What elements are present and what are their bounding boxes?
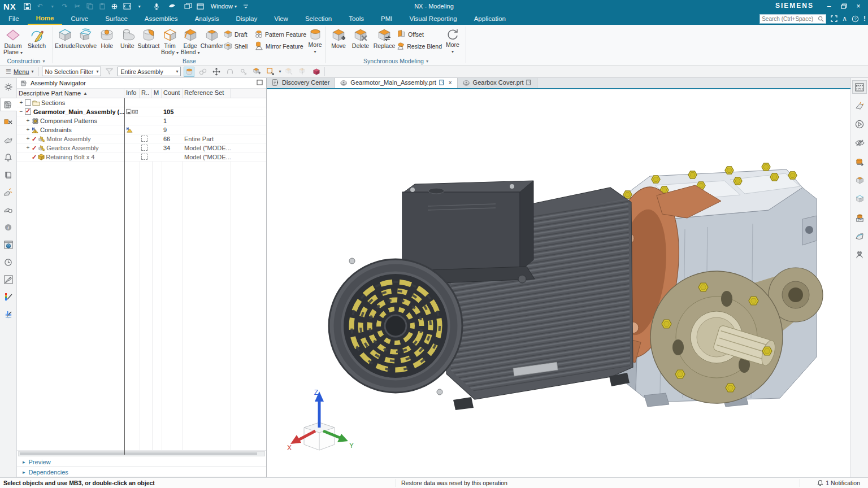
vr-icon[interactable] xyxy=(852,248,867,262)
window-icon[interactable] xyxy=(195,1,206,11)
pmi-tool-icon[interactable]: P= xyxy=(852,211,867,224)
add-component-icon[interactable] xyxy=(265,67,276,77)
ribbon-options-icon[interactable] xyxy=(240,1,251,11)
menu-view[interactable]: View xyxy=(266,12,297,25)
save-icon[interactable] xyxy=(22,1,33,11)
touch-explore-icon[interactable] xyxy=(1,308,16,321)
bell-icon[interactable] xyxy=(1,150,16,164)
fullscreen-icon[interactable] xyxy=(831,15,837,22)
replace-face-button[interactable]: Replace xyxy=(372,26,397,49)
play-animation-icon[interactable] xyxy=(852,117,867,131)
history-icon[interactable] xyxy=(1,255,16,269)
microphone-icon[interactable] xyxy=(151,1,162,11)
subtract-button[interactable]: Subtract xyxy=(137,26,159,49)
help-icon[interactable]: ? xyxy=(852,15,859,23)
tree-row-gearbox-assembly[interactable]: + ✓ Gearbox Assembly 34 Model ("MODE... xyxy=(17,143,266,152)
alerts-icon[interactable]: ! xyxy=(863,15,866,23)
datum-plane-button[interactable]: Datum Plane ▾ xyxy=(1,26,25,55)
extrude-tool-icon[interactable] xyxy=(852,192,867,206)
constraint-navigator-icon[interactable] xyxy=(1,115,16,129)
menu-file[interactable]: File xyxy=(0,12,28,25)
search-input[interactable] xyxy=(762,16,818,22)
trim-body-button[interactable]: Trim Body ▾ xyxy=(159,26,180,55)
mirror-assembly-icon[interactable] xyxy=(297,67,308,77)
menu-home[interactable]: Home xyxy=(28,12,63,25)
layout-icon[interactable] xyxy=(121,1,133,11)
edit-feature-icon[interactable] xyxy=(852,155,867,168)
pattern-feature-button[interactable]: Pattern Feature xyxy=(254,29,306,39)
restore-button[interactable] xyxy=(836,0,851,12)
info-icon[interactable]: i xyxy=(1,220,16,234)
sketch-button[interactable]: Sketch xyxy=(25,26,49,49)
dependencies-section[interactable]: ▸ Dependencies xyxy=(17,467,266,477)
notification-area[interactable]: 1 Notification xyxy=(817,480,860,486)
chamfer-button[interactable]: Chamfer xyxy=(201,26,223,49)
tree-row-component-patterns[interactable]: + Component Patterns 1 xyxy=(17,116,266,125)
pattern-component-icon[interactable] xyxy=(284,67,294,77)
tree-column-headers[interactable]: Descriptive Part Name▲ Info R.. M Count … xyxy=(17,89,266,98)
command-search[interactable] xyxy=(760,14,826,24)
graphics-viewport[interactable]: Z X Y xyxy=(267,90,850,477)
tab-gearmotor-main-assembly[interactable]: Gearmotor_Main_Assembly.prt × xyxy=(335,77,457,88)
resize-blend-button[interactable]: Resize Blend xyxy=(397,41,442,51)
layout-dropdown-icon[interactable]: ▾ xyxy=(134,1,145,11)
menu-visual-reporting[interactable]: Visual Reporting xyxy=(401,12,466,25)
delete-face-button[interactable]: Delete xyxy=(349,26,372,49)
close-button[interactable]: × xyxy=(851,0,866,12)
tree-row-main-assembly[interactable]: − ✓ Gearmotor_Main_Assembly (... ab 105 xyxy=(17,107,266,116)
revolve-button[interactable]: Revolve xyxy=(75,26,97,49)
undock-panel-icon[interactable] xyxy=(257,80,263,86)
window-menu[interactable]: Window ▾ xyxy=(211,3,237,10)
tree-row-constraints[interactable]: + Constraints 9 xyxy=(17,125,266,134)
menu-surface[interactable]: Surface xyxy=(97,12,136,25)
menu-display[interactable]: Display xyxy=(227,12,266,25)
move-component-icon[interactable] xyxy=(211,67,222,77)
menu-assemblies[interactable]: Assemblies xyxy=(136,12,186,25)
offset-region-button[interactable]: Offset xyxy=(397,29,442,39)
tab-gearbox-cover[interactable]: Gearbox Cover.prt xyxy=(458,77,538,88)
command-prediction-icon[interactable] xyxy=(167,1,178,11)
menu-button[interactable]: ☰ Menu ▾ xyxy=(3,68,36,75)
hole-button[interactable]: Unite Hole xyxy=(97,26,117,49)
preview-section[interactable]: ▸ Preview xyxy=(17,457,266,467)
extrude-button[interactable]: Extrude xyxy=(55,26,75,49)
fit-view-icon[interactable] xyxy=(852,80,867,94)
menu-analysis[interactable]: Analysis xyxy=(186,12,228,25)
draft-button[interactable]: Draft xyxy=(223,29,254,39)
wave-geometry-icon[interactable] xyxy=(311,67,322,77)
main-assembly-checkbox[interactable]: ✓ xyxy=(25,108,31,115)
view-manipulation-icon[interactable] xyxy=(1,185,16,199)
tab-close-icon[interactable]: × xyxy=(449,80,452,86)
add-component-dropdown-icon[interactable]: ▾ xyxy=(279,69,281,74)
minimize-button[interactable]: – xyxy=(822,0,836,12)
tree-row-retaining-bolt[interactable]: ✓ Retaining Bolt x 4 Model ("MODE... xyxy=(17,152,266,162)
tree-horizontal-scrollbar[interactable] xyxy=(18,451,265,456)
datum-display-icon[interactable] xyxy=(852,99,867,112)
color-palette-icon[interactable] xyxy=(1,290,16,304)
interpart-link-icon[interactable] xyxy=(197,67,208,77)
move-face-button[interactable]: Move xyxy=(328,26,349,49)
tab-discovery-center[interactable]: Discovery Center xyxy=(267,77,335,88)
unite-button[interactable]: Unite xyxy=(117,26,137,49)
tools-icon[interactable] xyxy=(1,273,16,286)
motor-assembly-check[interactable]: ✓ xyxy=(32,136,37,142)
hide-object-icon[interactable] xyxy=(852,136,867,150)
menu-tools[interactable]: Tools xyxy=(340,12,372,25)
measure-icon[interactable] xyxy=(1,203,16,216)
sync-more-button[interactable]: More▾ xyxy=(442,26,463,54)
minimize-ribbon-icon[interactable]: ∧ xyxy=(842,15,847,23)
mirror-feature-button[interactable]: Mirror Feature xyxy=(254,41,306,51)
selection-scope-combo[interactable]: Entire Assembly▾ xyxy=(118,67,181,76)
sheet-tool-icon[interactable] xyxy=(852,229,867,243)
tree-row-sections[interactable]: + Sections xyxy=(17,98,266,107)
menu-curve[interactable]: Curve xyxy=(62,12,97,25)
tree-row-motor-assembly[interactable]: + ✓ Motor Assembly 66 Entire Part xyxy=(17,134,266,143)
selection-filter-combo[interactable]: No Selection Filter▾ xyxy=(42,67,101,76)
web-browser-icon[interactable] xyxy=(1,238,16,251)
view-triad[interactable]: Z X Y xyxy=(283,387,356,460)
shell-button[interactable]: Shell xyxy=(223,41,254,51)
retaining-bolt-check[interactable]: ✓ xyxy=(32,154,37,160)
chamfer-tool-icon[interactable] xyxy=(852,173,867,187)
new-component-icon[interactable] xyxy=(251,67,262,77)
menu-pmi[interactable]: PMI xyxy=(372,12,401,25)
